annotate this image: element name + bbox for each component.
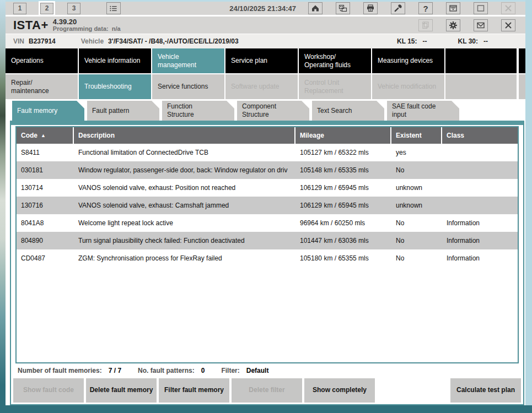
fault-memories-value: 7 / 7	[109, 367, 121, 374]
sub-nav-software-update: Software update	[225, 74, 298, 99]
fault-table-header: Code▲ Description Mileage Existent Class	[17, 127, 518, 144]
connection-manager-button[interactable]	[336, 2, 350, 14]
tab-sae-fault-code-input[interactable]: SAE fault codeinput	[387, 101, 459, 121]
home-button[interactable]	[308, 2, 323, 14]
delete-filter-button[interactable]: Delete filter	[232, 378, 302, 403]
main-nav-service-plan[interactable]: Service plan	[225, 48, 298, 73]
session-list-button[interactable]	[106, 2, 121, 14]
sub-nav-control-unit-replacement: Control UnitReplacement	[299, 74, 371, 99]
tab-text-search[interactable]: Text Search	[312, 101, 384, 121]
table-row[interactable]: 8041A8Welcome light repeat lock active96…	[17, 214, 518, 232]
column-header-code[interactable]: Code▲	[17, 127, 74, 144]
sub-nav-filler	[445, 74, 517, 99]
table-row[interactable]: S8411Functional limitation of ConnectedD…	[17, 144, 518, 161]
desktop-edge-right	[525, 0, 532, 405]
main-nav-operations[interactable]: Operations	[6, 48, 78, 73]
tab-fault-pattern[interactable]: Fault pattern	[87, 101, 159, 121]
delete-fault-memory-button[interactable]: Delete fault memory	[86, 378, 157, 403]
filter-value: Default	[246, 367, 269, 374]
sub-nav-troubleshooting[interactable]: Troubleshooting	[79, 74, 151, 99]
datetime: 24/10/2025 21:34:47	[229, 4, 296, 13]
vin-value: B237914	[29, 37, 56, 45]
home-icon	[311, 4, 320, 13]
sub-nav-repair-maintenance[interactable]: Repair/maintenance	[6, 74, 78, 99]
session-button-1[interactable]: 1	[13, 3, 26, 14]
fault-memory-panel: Code▲ Description Mileage Existent Class…	[10, 121, 524, 405]
table-row[interactable]: 130716VANOS solenoid valve, exhaust: Cam…	[17, 197, 518, 214]
close-icon	[504, 4, 513, 13]
main-nav-vehicle-management[interactable]: Vehiclemanagement	[152, 48, 224, 73]
main-nav-workshop-operating-fluids[interactable]: Workshop/Operating fluids	[299, 48, 371, 73]
sub-nav-sliver	[519, 74, 525, 99]
feedback-button[interactable]	[474, 19, 488, 31]
show-completely-button[interactable]: Show completely	[304, 378, 375, 403]
tab-component-structure[interactable]: ComponentStructure	[237, 101, 309, 121]
column-header-mileage[interactable]: Mileage	[295, 127, 391, 144]
help-icon: ?	[423, 4, 428, 13]
settings-wrench-button[interactable]	[391, 2, 405, 14]
close-session-button[interactable]	[501, 19, 515, 31]
main-nav-filler	[445, 48, 517, 73]
wrench-icon	[394, 4, 402, 13]
fault-patterns-value: 0	[201, 367, 205, 374]
top-toolbar: 1 2 3 24/10/2025 21:34:47	[6, 2, 525, 17]
show-fault-code-button[interactable]: Show fault code	[13, 378, 84, 403]
printer-icon	[366, 4, 375, 13]
main-nav: Operations Vehicle information Vehiclema…	[6, 48, 525, 73]
vehicle-value: 3'/F34/SAT/ - /B48,-/AUTO/ECE/LL/2019/03	[108, 37, 238, 45]
sub-nav-service-functions[interactable]: Service functions	[152, 74, 224, 99]
app-name: ISTA+	[13, 18, 49, 32]
tab-function-structure[interactable]: FunctionStructure	[162, 101, 234, 121]
minimize-to-tray-button[interactable]	[446, 2, 460, 14]
maximize-button[interactable]	[474, 2, 488, 14]
restore-window-icon	[449, 4, 458, 13]
session-button-3[interactable]: 3	[67, 3, 80, 14]
close-window-button[interactable]	[501, 2, 515, 14]
sub-nav: Repair/maintenance Troubleshooting Servi…	[6, 74, 525, 99]
action-buttons: Show fault code Delete fault memory Filt…	[11, 378, 523, 404]
programming-data: Programming data: n/a	[53, 26, 121, 32]
column-header-existent[interactable]: Existent	[391, 127, 442, 144]
table-row[interactable]: 804890Turn signal plausibility check fai…	[17, 232, 518, 249]
app-version: 4.39.20	[53, 18, 121, 26]
session-button-2[interactable]: 2	[40, 3, 53, 14]
main-nav-vehicle-information[interactable]: Vehicle information	[79, 48, 151, 73]
main-nav-sliver	[519, 48, 525, 73]
title-bar: ISTA+ 4.39.20 Programming data: n/a	[6, 17, 525, 34]
envelope-icon	[476, 21, 485, 30]
fault-memories-label: Number of fault memories:	[18, 367, 102, 374]
sort-ascending-icon: ▲	[41, 133, 46, 138]
table-row[interactable]: 130714VANOS solenoid valve, exhaust: Pos…	[17, 179, 518, 197]
close-x-icon	[504, 21, 513, 30]
column-header-class[interactable]: Class	[442, 127, 518, 144]
filter-label: Filter:	[221, 367, 239, 374]
gear-icon	[449, 21, 458, 30]
fault-patterns-label: No. fault patterns:	[138, 367, 195, 374]
settings-button[interactable]	[446, 19, 460, 31]
copy-document-icon	[421, 21, 430, 30]
status-bar: Number of fault memories: 7 / 7 No. faul…	[11, 363, 523, 378]
kl30-status: KL 30:--	[458, 37, 492, 45]
calculate-test-plan-button[interactable]: Calculate test plan	[450, 378, 521, 403]
vehicle-info-bar: VIN B237914 Vehicle 3'/F34/SAT/ - /B48,-…	[6, 34, 525, 48]
tab-fault-memory[interactable]: Fault memory	[12, 101, 84, 121]
filter-fault-memory-button[interactable]: Filter fault memory	[159, 378, 229, 403]
help-button[interactable]: ?	[418, 2, 433, 14]
column-header-description[interactable]: Description	[74, 127, 295, 144]
main-nav-measuring-devices[interactable]: Measuring devices	[372, 48, 444, 73]
sub-nav-vehicle-modification: Vehicle modification	[372, 74, 444, 99]
ista-window: 1 2 3 24/10/2025 21:34:47	[6, 2, 525, 405]
fault-tabs: Fault memory Fault pattern FunctionStruc…	[6, 101, 525, 121]
session-list-icon	[109, 4, 119, 13]
table-row[interactable]: CD0487ZGM: Synchronisation process for F…	[17, 249, 518, 267]
kl15-status: KL 15:--	[397, 37, 431, 45]
fault-table: Code▲ Description Mileage Existent Class…	[15, 126, 519, 363]
vin-label: VIN	[13, 37, 24, 45]
table-row[interactable]: 030181Window regulator, passenger-side d…	[17, 161, 518, 179]
print-button[interactable]	[363, 2, 378, 14]
copy-report-button[interactable]	[418, 19, 433, 31]
maximize-icon	[476, 4, 485, 13]
desktop-wallpaper-strip	[0, 0, 6, 385]
vehicle-label: Vehicle	[81, 37, 104, 45]
control-units-icon	[338, 4, 347, 13]
